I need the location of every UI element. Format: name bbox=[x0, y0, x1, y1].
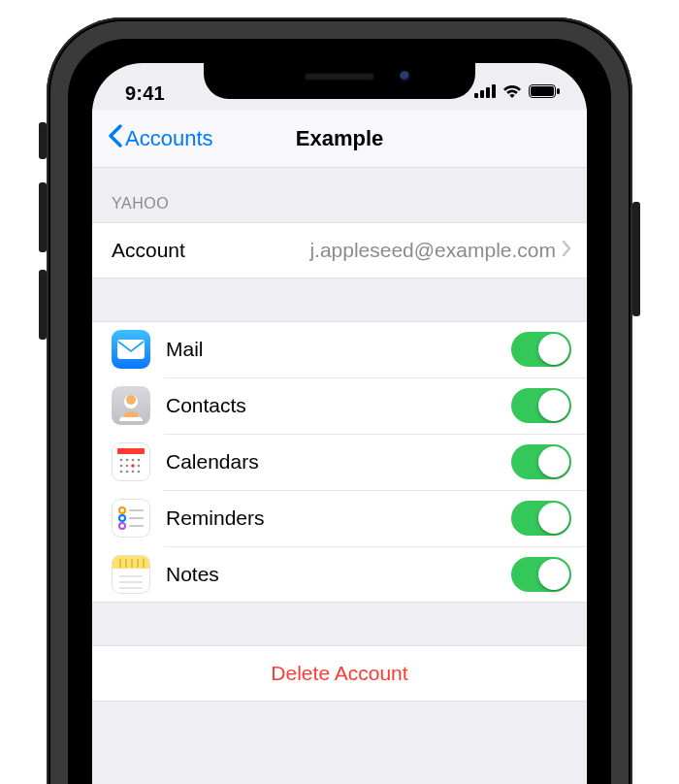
account-row[interactable]: Account j.appleseed@example.com bbox=[92, 222, 587, 278]
svg-rect-29 bbox=[129, 525, 144, 527]
back-button[interactable]: Accounts bbox=[100, 110, 221, 167]
mail-icon bbox=[112, 330, 150, 369]
svg-rect-6 bbox=[557, 88, 560, 94]
svg-point-13 bbox=[126, 459, 129, 462]
svg-rect-27 bbox=[129, 509, 144, 511]
reminders-toggle[interactable] bbox=[511, 501, 571, 536]
svg-rect-28 bbox=[129, 517, 144, 519]
svg-point-17 bbox=[126, 465, 129, 468]
svg-rect-0 bbox=[474, 93, 478, 98]
chevron-left-icon bbox=[108, 124, 123, 153]
service-row-mail: Mail bbox=[92, 321, 587, 377]
cellular-signal-icon bbox=[474, 84, 496, 102]
front-camera bbox=[398, 69, 412, 83]
service-label: Contacts bbox=[166, 394, 246, 417]
volume-up-button bbox=[39, 182, 47, 252]
service-row-calendars: Calendars bbox=[92, 434, 587, 490]
svg-point-19 bbox=[120, 471, 123, 474]
svg-rect-5 bbox=[531, 86, 554, 96]
service-label: Mail bbox=[166, 338, 204, 361]
service-row-contacts: Contacts bbox=[92, 377, 587, 434]
svg-point-10 bbox=[126, 395, 136, 405]
section-header: YAHOO bbox=[92, 168, 587, 222]
svg-point-14 bbox=[132, 459, 135, 462]
svg-rect-3 bbox=[492, 84, 496, 98]
speaker-grill bbox=[305, 73, 374, 81]
chevron-right-icon bbox=[562, 240, 571, 261]
notes-toggle[interactable] bbox=[511, 557, 571, 592]
phone-frame: 9:41 bbox=[47, 17, 632, 784]
status-time: 9:41 bbox=[125, 82, 165, 105]
svg-rect-1 bbox=[480, 90, 484, 98]
svg-point-12 bbox=[120, 459, 123, 462]
svg-point-16 bbox=[120, 465, 123, 468]
svg-point-23 bbox=[131, 464, 135, 468]
svg-point-24 bbox=[119, 507, 125, 513]
svg-point-15 bbox=[138, 459, 141, 462]
reminders-icon bbox=[112, 499, 150, 538]
screen: 9:41 bbox=[92, 63, 587, 784]
svg-rect-11 bbox=[117, 448, 145, 454]
svg-point-18 bbox=[138, 465, 141, 468]
delete-account-button[interactable]: Delete Account bbox=[92, 645, 587, 702]
svg-point-25 bbox=[119, 515, 125, 521]
wifi-icon bbox=[501, 83, 523, 103]
svg-rect-7 bbox=[117, 340, 145, 359]
service-label: Calendars bbox=[166, 450, 259, 474]
service-row-reminders: Reminders bbox=[92, 490, 587, 546]
contacts-icon bbox=[112, 386, 150, 425]
battery-icon bbox=[529, 84, 560, 102]
calendars-toggle[interactable] bbox=[511, 444, 571, 479]
delete-account-label: Delete Account bbox=[271, 662, 407, 685]
contacts-toggle[interactable] bbox=[511, 388, 571, 423]
svg-point-22 bbox=[138, 471, 141, 474]
notch bbox=[204, 56, 475, 99]
svg-point-26 bbox=[119, 523, 125, 529]
account-label: Account bbox=[112, 239, 185, 262]
svg-point-20 bbox=[126, 471, 129, 474]
page-title: Example bbox=[296, 126, 384, 151]
svg-point-21 bbox=[132, 471, 135, 474]
back-label: Accounts bbox=[125, 126, 213, 151]
volume-down-button bbox=[39, 270, 47, 340]
svg-rect-2 bbox=[486, 87, 490, 98]
service-row-notes: Notes bbox=[92, 546, 587, 603]
nav-bar: Accounts Example bbox=[92, 110, 587, 168]
notes-icon bbox=[112, 555, 150, 594]
service-label: Reminders bbox=[166, 506, 265, 530]
silent-switch bbox=[39, 122, 47, 159]
account-value: j.appleseed@example.com bbox=[185, 239, 562, 262]
mail-toggle[interactable] bbox=[511, 332, 571, 367]
calendars-icon bbox=[112, 442, 150, 481]
power-button bbox=[632, 202, 640, 316]
service-label: Notes bbox=[166, 563, 219, 586]
